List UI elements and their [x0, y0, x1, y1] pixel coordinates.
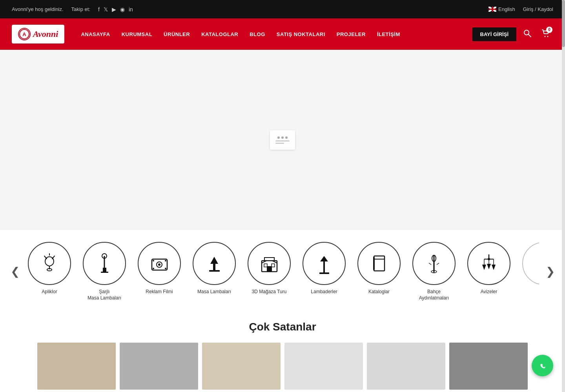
main-nav: A Avonni ANASAYFA KURUMSAL ÜRÜNLER KATAL… [0, 18, 565, 50]
logo-svg: A [19, 29, 30, 40]
bahce-circle [412, 242, 456, 285]
svg-line-3 [529, 34, 531, 37]
scrollbar[interactable] [562, 0, 565, 392]
svg-rect-26 [272, 264, 275, 267]
lambaderler-icon [313, 253, 335, 274]
nav-satis-noktalari[interactable]: SATIŞ NOKTALARI [272, 28, 330, 40]
product-card-5[interactable] [367, 343, 445, 390]
nav-projeler[interactable]: PROJELER [332, 28, 370, 40]
reklam-filmi-circle [138, 242, 181, 285]
reklam-filmi-icon [149, 253, 170, 274]
category-reklam-filmi[interactable]: Reklam Filmi [136, 242, 183, 295]
lambaderler-label: Lambaderler [311, 289, 337, 295]
svg-point-2 [524, 30, 529, 35]
search-button[interactable] [520, 26, 534, 42]
product-card-1[interactable] [37, 343, 116, 390]
carousel-wrapper: ❮ Apliklor [0, 242, 565, 301]
carousel-next[interactable]: ❯ [543, 265, 557, 279]
svg-rect-24 [267, 266, 272, 272]
products-row [0, 343, 565, 390]
whatsapp-button[interactable] [532, 355, 553, 376]
logo-text: Avonni [33, 29, 58, 39]
svg-line-38 [437, 263, 439, 265]
svg-rect-32 [373, 257, 375, 270]
svg-line-37 [429, 263, 431, 265]
svg-point-19 [165, 268, 166, 269]
svg-rect-29 [319, 272, 329, 274]
category-lambaderler[interactable]: Lambaderler [301, 242, 348, 295]
product-card-4[interactable] [284, 343, 363, 390]
whatsapp-icon [536, 359, 549, 372]
kataloglar-label: Kataloglar [368, 289, 390, 295]
carousel-prev[interactable]: ❮ [8, 265, 22, 279]
categories-row: Apliklor ŞarjlıMasa Lambaları [26, 242, 539, 301]
instagram-icon[interactable]: ◉ [120, 6, 125, 13]
youtube-icon[interactable]: ▶ [112, 6, 116, 13]
avizeler-circle [467, 242, 510, 285]
svg-rect-21 [213, 264, 215, 270]
kataloglar-icon [368, 253, 390, 274]
category-masa-lambalari[interactable]: Masa Lambaları [191, 242, 238, 295]
nav-blog[interactable]: BLOG [245, 28, 270, 40]
product-card-3[interactable] [202, 343, 281, 390]
category-next-hint[interactable] [520, 242, 539, 285]
category-kataloglar[interactable]: Kataloglar [355, 242, 403, 295]
nav-kurumsal[interactable]: KURUMSAL [117, 28, 157, 40]
loading-spinner [270, 130, 295, 150]
svg-point-15 [158, 263, 160, 266]
uk-flag-icon [488, 7, 496, 12]
cart-button[interactable]: 0 [538, 26, 553, 43]
bayi-button[interactable]: BAYİ GİRİŞİ [472, 27, 516, 41]
product-card-6[interactable] [449, 343, 528, 390]
bahce-label: BahçeAydınlatmaları [419, 289, 449, 301]
top-bar: Avonni'ye hoş geldiniz. Takip et: f 𝕏 ▶ … [0, 0, 565, 18]
svg-rect-25 [264, 264, 267, 267]
apliklor-label: Apliklor [42, 289, 57, 295]
svg-text:A: A [22, 31, 26, 37]
top-bar-left: Avonni'ye hoş geldiniz. Takip et: f 𝕏 ▶ … [12, 6, 133, 13]
category-sarjli-masa[interactable]: ŞarjlıMasa Lambaları [81, 242, 128, 301]
linkedin-icon[interactable]: in [129, 6, 133, 13]
category-3d-magaza[interactable]: 3D Mağaza Turu [246, 242, 293, 295]
lambaderler-circle [303, 242, 346, 285]
masa-lambalari-icon [204, 253, 225, 274]
sarjli-masa-label: ŞarjlıMasa Lambaları [87, 289, 121, 301]
svg-marker-27 [320, 256, 328, 261]
nav-urunler[interactable]: ÜRÜNLER [159, 28, 195, 40]
nav-kataloglar[interactable]: KATALOGLAR [197, 28, 243, 40]
login-link[interactable]: Giriş / Kaydol [523, 6, 553, 12]
svg-point-48 [536, 359, 549, 372]
product-card-2[interactable] [120, 343, 198, 390]
category-avizeler[interactable]: Avizeler [465, 242, 512, 295]
spinner-dots [277, 136, 288, 139]
search-icon [523, 29, 531, 37]
category-bahce[interactable]: BahçeAydınlatmaları [410, 242, 457, 301]
language-selector[interactable]: English [488, 6, 515, 12]
top-bar-right: English Giriş / Kaydol [488, 6, 553, 12]
nav-links: ANASAYFA KURUMSAL ÜRÜNLER KATALOGLAR BLO… [76, 28, 472, 40]
sarjli-masa-icon [94, 253, 115, 274]
kataloglar-circle [357, 242, 401, 285]
dot-2 [281, 136, 284, 139]
next-hint-circle [522, 242, 539, 285]
svg-marker-45 [482, 265, 486, 270]
svg-point-17 [165, 260, 166, 261]
spinner-lines [275, 140, 290, 144]
spinner-line-1 [275, 140, 290, 142]
bestsellers-title: Çok Satanlar [0, 321, 565, 333]
avizeler-icon [478, 253, 500, 274]
nav-actions: BAYİ GİRİŞİ 0 [472, 26, 553, 43]
nav-anasayfa[interactable]: ANASAYFA [76, 28, 115, 40]
masa-lambalari-circle [193, 242, 236, 285]
dot-3 [285, 136, 288, 139]
scrollbar-thumb[interactable] [562, 0, 565, 47]
bahce-icon [423, 253, 445, 274]
twitter-icon[interactable]: 𝕏 [104, 6, 108, 13]
bestsellers-section: Çok Satanlar [0, 309, 565, 392]
svg-rect-9 [103, 268, 106, 272]
svg-point-5 [547, 36, 549, 37]
category-apliklor[interactable]: Apliklor [26, 242, 73, 295]
logo[interactable]: A Avonni [12, 25, 64, 44]
nav-iletisim[interactable]: İLETİŞİM [372, 28, 405, 40]
facebook-icon[interactable]: f [98, 6, 100, 13]
